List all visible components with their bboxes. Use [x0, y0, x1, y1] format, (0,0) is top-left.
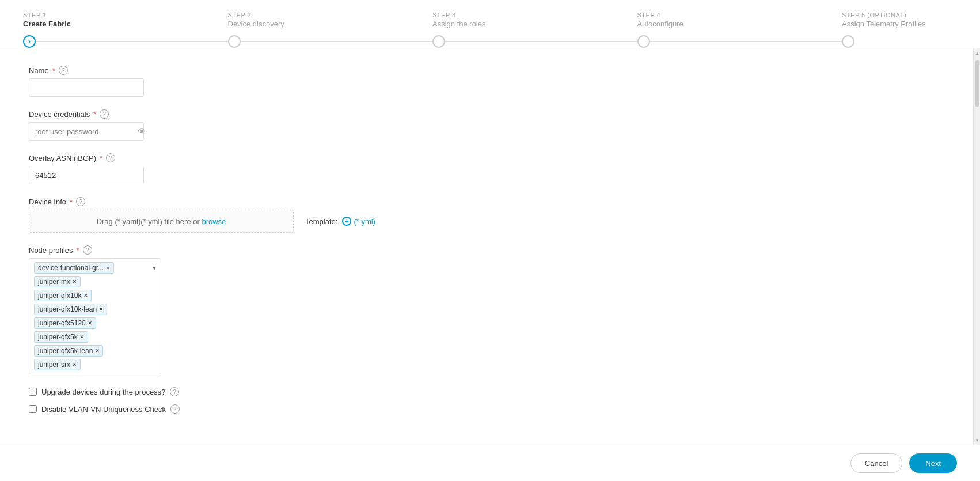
node-profiles-multiselect[interactable]: device-functional-gr... × ▾ juniper-mx ×…: [29, 258, 161, 374]
tag-remove-juniper-qfx5k[interactable]: ×: [80, 333, 84, 341]
overlay-asn-label: Overlay ASN (iBGP)* ?: [29, 153, 944, 162]
upgrade-help-icon[interactable]: ?: [170, 387, 179, 396]
step1-number: STEP 1: [23, 12, 71, 18]
tag-juniper-qfx5k-lean[interactable]: juniper-qfx5k-lean ×: [34, 345, 103, 357]
step3-circle: [432, 35, 445, 48]
password-input-wrapper: 👁: [29, 122, 144, 141]
step-item-1: STEP 1 Create Fabric ›: [23, 12, 228, 48]
step3-title: Assign the roles: [432, 20, 486, 28]
template-section: Template: + (*.yml): [305, 217, 375, 226]
step-item-3: STEP 3 Assign the roles: [432, 12, 637, 48]
tag-remove-juniper-mx[interactable]: ×: [73, 278, 77, 286]
step2-connector: [241, 41, 433, 42]
scrollbar-thumb[interactable]: [975, 60, 979, 107]
step4-title: Autoconfigure: [637, 20, 683, 28]
step2-number: STEP 2: [228, 12, 284, 18]
node-profiles-field-group: Node profiles* ? device-functional-gr...…: [29, 245, 944, 374]
overlay-asn-input[interactable]: [29, 166, 144, 184]
password-input[interactable]: [29, 127, 138, 136]
step-item-2: STEP 2 Device discovery: [228, 12, 433, 48]
footer: Cancel Next: [0, 445, 980, 481]
device-credentials-label: Device credentials* ?: [29, 109, 944, 119]
device-info-label: Device Info* ?: [29, 197, 944, 206]
tag-juniper-srx[interactable]: juniper-srx ×: [34, 359, 81, 370]
step1-connector: [36, 41, 228, 42]
tag-device-functional[interactable]: device-functional-gr... ×: [34, 262, 114, 274]
scrollbar-up-arrow[interactable]: ▲: [974, 48, 980, 58]
scrollbar-track[interactable]: ▲ ▼: [973, 48, 980, 445]
tag-juniper-qfx10k[interactable]: juniper-qfx10k ×: [34, 290, 92, 301]
vlan-help-icon[interactable]: ?: [170, 404, 180, 414]
drop-zone-row: Drag (*.yaml)(*.yml) file here or browse…: [29, 210, 944, 233]
tag-remove-juniper-qfx5k-lean[interactable]: ×: [95, 347, 99, 355]
upgrade-checkbox[interactable]: [29, 388, 37, 396]
step4-connector: [650, 41, 842, 42]
tag-remove-juniper-qfx5120[interactable]: ×: [88, 319, 92, 327]
next-button[interactable]: Next: [909, 453, 957, 473]
step4-number: STEP 4: [637, 12, 683, 18]
tag-juniper-mx[interactable]: juniper-mx ×: [34, 276, 81, 287]
cancel-button[interactable]: Cancel: [850, 453, 902, 473]
step-item-4: STEP 4 Autoconfigure: [637, 12, 842, 48]
plus-circle-icon: +: [342, 217, 351, 226]
device-credentials-help-icon[interactable]: ?: [100, 109, 109, 119]
step2-circle: [228, 35, 241, 48]
step1-chevron-icon: ›: [28, 37, 31, 46]
stepper: STEP 1 Create Fabric › STEP 2 Device dis…: [0, 0, 980, 48]
step5-title: Assign Telemetry Profiles: [842, 20, 926, 28]
vlan-checkbox[interactable]: [29, 405, 37, 413]
upgrade-label[interactable]: Upgrade devices during the process?: [41, 388, 165, 396]
form-section: Name* ? Device credentials* ? 👁: [0, 48, 973, 445]
step3-number: STEP 3: [432, 12, 486, 18]
tag-remove-juniper-qfx10k-lean[interactable]: ×: [99, 305, 103, 313]
step5-circle: [842, 35, 854, 48]
name-label: Name* ?: [29, 66, 944, 75]
vlan-label[interactable]: Disable VLAN-VN Uniqueness Check: [41, 405, 166, 414]
device-info-field-group: Device Info* ? Drag (*.yaml)(*.yml) file…: [29, 197, 944, 233]
node-profiles-help-icon[interactable]: ?: [83, 245, 92, 255]
template-label: Template:: [305, 217, 337, 226]
step3-connector: [445, 41, 637, 42]
main-container: STEP 1 Create Fabric › STEP 2 Device dis…: [0, 0, 980, 481]
eye-icon[interactable]: 👁: [138, 127, 150, 136]
overlay-asn-field-group: Overlay ASN (iBGP)* ?: [29, 153, 944, 184]
step5-number: STEP 5 (optional): [842, 12, 926, 18]
device-credentials-field-group: Device credentials* ? 👁: [29, 109, 944, 141]
tag-remove-device-functional[interactable]: ×: [106, 265, 109, 271]
step4-circle: [637, 35, 650, 48]
tag-juniper-qfx5120[interactable]: juniper-qfx5120 ×: [34, 317, 96, 329]
tag-remove-juniper-srx[interactable]: ×: [73, 361, 77, 369]
vlan-checkbox-row: Disable VLAN-VN Uniqueness Check ?: [29, 404, 944, 414]
name-input[interactable]: [29, 78, 144, 97]
overlay-asn-help-icon[interactable]: ?: [106, 153, 115, 162]
step1-title: Create Fabric: [23, 20, 71, 28]
tag-juniper-qfx10k-lean[interactable]: juniper-qfx10k-lean ×: [34, 304, 107, 315]
node-profiles-dropdown-arrow[interactable]: ▾: [153, 264, 156, 272]
name-help-icon[interactable]: ?: [59, 66, 68, 75]
step2-title: Device discovery: [228, 20, 284, 28]
device-info-help-icon[interactable]: ?: [76, 197, 85, 206]
content-area: Name* ? Device credentials* ? 👁: [0, 48, 980, 445]
scrollbar-down-arrow[interactable]: ▼: [974, 435, 980, 445]
browse-link[interactable]: browse: [202, 217, 226, 226]
tag-remove-juniper-qfx10k[interactable]: ×: [83, 291, 88, 300]
step-item-5: STEP 5 (optional) Assign Telemetry Profi…: [842, 12, 957, 48]
tag-juniper-qfx5k[interactable]: juniper-qfx5k ×: [34, 331, 88, 343]
name-field-group: Name* ?: [29, 66, 944, 97]
template-link[interactable]: + (*.yml): [342, 217, 375, 226]
upgrade-checkbox-row: Upgrade devices during the process? ?: [29, 387, 944, 396]
node-profiles-label: Node profiles* ?: [29, 245, 944, 255]
step1-circle[interactable]: ›: [23, 35, 36, 48]
drop-zone[interactable]: Drag (*.yaml)(*.yml) file here or browse: [29, 210, 294, 233]
